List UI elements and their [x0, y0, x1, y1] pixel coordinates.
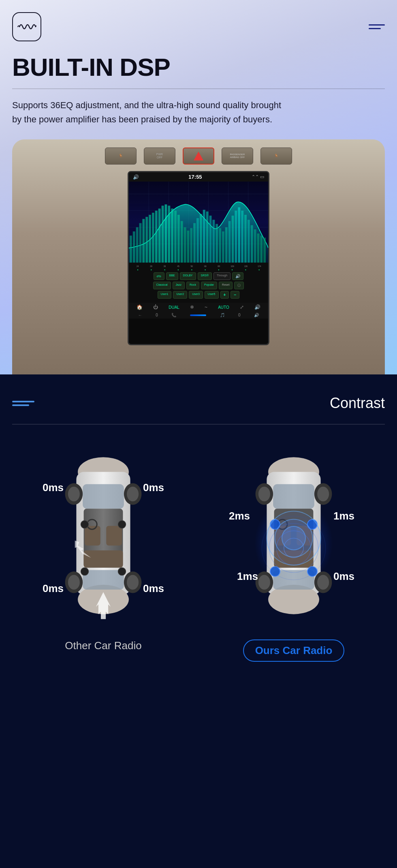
- eq-user-row: User1 User2 User3 User5 + −: [130, 291, 267, 299]
- sound-wave-effect: [265, 510, 322, 567]
- eq-classical-btn[interactable]: Classical: [153, 282, 171, 289]
- dash-btn-2: PWROFF: [144, 148, 175, 165]
- svg-rect-13: [139, 223, 142, 263]
- svg-point-97: [307, 567, 317, 576]
- svg-point-70: [127, 575, 139, 589]
- svg-rect-35: [209, 216, 212, 263]
- bottom-fan-icon[interactable]: ❄: [190, 304, 194, 310]
- eq-extra-btn[interactable]: 🔊: [232, 272, 243, 280]
- svg-point-87: [258, 486, 270, 501]
- hero-section: BUILT-IN DSP Supports 36EQ adjustment, a…: [0, 0, 397, 374]
- car-screen-section: 🪑 PWROFF PASSENGERAIRBAG OFF 🪑: [12, 139, 385, 374]
- svg-rect-29: [190, 228, 192, 263]
- contrast-line-1: [12, 401, 34, 402]
- eq-rock-btn[interactable]: Rock: [186, 282, 199, 289]
- right-timing-mid-right: 1ms: [333, 510, 354, 522]
- menu-button[interactable]: [369, 24, 385, 29]
- title-divider: [12, 88, 385, 89]
- screen-time: 17:55: [188, 174, 202, 180]
- svg-rect-33: [203, 210, 205, 263]
- left-timing-bottom-left: 0ms: [43, 582, 64, 595]
- svg-rect-57: [83, 570, 124, 589]
- svg-point-96: [270, 567, 280, 576]
- left-car-container: 0ms 0ms 0ms 0ms: [12, 445, 194, 652]
- eq-display: [129, 182, 268, 263]
- wave-circle-3: [267, 511, 321, 565]
- eq-minus-btn[interactable]: −: [231, 291, 239, 299]
- eq-srs-btn[interactable]: SRS®: [198, 272, 212, 280]
- bottom-auto-icon[interactable]: AUTO: [218, 305, 229, 310]
- left-timing-bottom-right: 0ms: [143, 582, 164, 595]
- svg-rect-31: [196, 218, 199, 263]
- svg-rect-61: [84, 550, 123, 567]
- bottom-home-icon[interactable]: 🏠: [137, 304, 143, 310]
- svg-rect-38: [219, 228, 221, 263]
- left-car-svg: [51, 445, 156, 631]
- svg-rect-40: [225, 227, 228, 263]
- svg-point-74: [118, 567, 126, 575]
- eq-through-btn[interactable]: Through: [213, 272, 231, 280]
- svg-rect-32: [200, 214, 202, 263]
- dash-btn-3: PASSENGERAIRBAG OFF: [222, 148, 253, 165]
- eq-user5-btn[interactable]: User5: [205, 291, 219, 299]
- eq-dolby-btn[interactable]: DOLBY: [180, 272, 196, 280]
- right-timing-low-left: 1ms: [237, 570, 258, 583]
- dash-btn-4: 🪑: [260, 148, 292, 165]
- dashboard-background: 🪑 PWROFF PASSENGERAIRBAG OFF 🪑: [12, 139, 385, 374]
- bottom-sync-icon[interactable]: ⤢: [240, 304, 244, 310]
- eq-jazz-btn[interactable]: Jazz: [173, 282, 185, 289]
- bottom-ac-icon[interactable]: ~: [205, 304, 207, 310]
- svg-rect-30: [193, 223, 196, 263]
- left-car-label: Other Car Radio: [65, 639, 141, 652]
- screen-icons: ⌃⌃ ▭: [252, 174, 264, 180]
- right-car-label[interactable]: Ours Car Radio: [243, 639, 345, 662]
- eq-plus-btn[interactable]: +: [220, 291, 229, 299]
- main-display-screen: 🔊 17:55 ⌃⌃ ▭: [128, 171, 269, 345]
- screen-bottom-controls: 🏠 ⏻ DUAL ❄ ~ AUTO ⤢ 🔊: [129, 303, 268, 312]
- svg-point-89: [317, 486, 329, 501]
- svg-point-73: [81, 567, 88, 575]
- svg-rect-11: [133, 231, 135, 263]
- eq-mode-row: dts BBE DOLBY SRS® Through 🔊: [130, 272, 267, 280]
- svg-rect-15: [145, 217, 148, 263]
- eq-popular-btn[interactable]: Popular: [201, 282, 217, 289]
- svg-rect-23: [171, 209, 173, 263]
- eq-user1-btn[interactable]: User1: [158, 291, 172, 299]
- bottom-power-icon[interactable]: ⏻: [153, 304, 158, 310]
- svg-rect-36: [212, 220, 215, 263]
- svg-rect-42: [232, 216, 234, 263]
- svg-rect-47: [248, 220, 250, 263]
- svg-rect-79: [273, 484, 314, 509]
- dashboard-buttons-row: 🪑 PWROFF PASSENGERAIRBAG OFF 🪑: [105, 148, 292, 165]
- right-timing-mid-left: 2ms: [229, 510, 250, 522]
- svg-rect-26: [181, 221, 183, 263]
- dash-btn-1: 🪑: [105, 148, 137, 165]
- bottom-vol-icon[interactable]: 🔊: [254, 304, 260, 310]
- svg-rect-17: [152, 213, 154, 263]
- svg-rect-44: [238, 207, 240, 263]
- eq-controls: 24 29 36 45 56 69 88 109 136 174 ■: [129, 263, 268, 303]
- svg-point-93: [317, 575, 329, 589]
- svg-rect-14: [142, 219, 145, 263]
- svg-rect-51: [260, 235, 263, 263]
- eq-user3-btn[interactable]: User3: [189, 291, 203, 299]
- eq-bbe-btn[interactable]: BBE: [166, 272, 178, 280]
- svg-rect-52: [263, 238, 266, 263]
- eq-dts-btn[interactable]: dts: [154, 272, 164, 280]
- page-title: BUILT-IN DSP: [12, 53, 385, 81]
- eq-info-btn[interactable]: ⓘ: [234, 282, 244, 289]
- contrast-line-2: [12, 404, 29, 406]
- eq-preset-row: Classical Jazz Rock Popular Reset ⓘ: [130, 282, 267, 289]
- header-bar: [12, 12, 385, 41]
- svg-rect-39: [222, 231, 224, 263]
- eq-reset-btn[interactable]: Reset: [219, 282, 233, 289]
- left-car-wrapper: 0ms 0ms 0ms 0ms: [51, 445, 156, 631]
- bottom-dual-icon[interactable]: DUAL: [169, 305, 179, 310]
- hero-subtitle: Supports 36EQ adjustment, and the ultra-…: [12, 98, 288, 126]
- contrast-section: Contrast 0ms 0ms 0ms 0ms: [0, 374, 397, 868]
- svg-rect-18: [155, 211, 158, 263]
- svg-rect-21: [164, 204, 167, 263]
- contrast-icon: [12, 401, 34, 406]
- dash-btn-warning: [183, 148, 214, 165]
- eq-user2-btn[interactable]: User2: [173, 291, 187, 299]
